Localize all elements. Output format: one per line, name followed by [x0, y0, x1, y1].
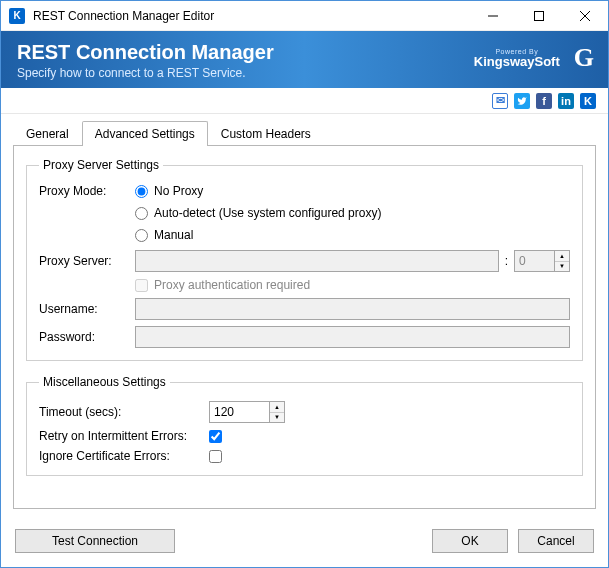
- tab-custom-headers[interactable]: Custom Headers: [208, 121, 324, 146]
- chevron-down-icon[interactable]: ▼: [270, 413, 284, 423]
- app-icon: K: [9, 8, 25, 24]
- radio-no-proxy-input[interactable]: [135, 185, 148, 198]
- radio-manual-label: Manual: [154, 228, 193, 242]
- tab-page-advanced: Proxy Server Settings Proxy Mode: No Pro…: [13, 145, 596, 509]
- ignore-cert-checkbox[interactable]: [209, 450, 222, 463]
- minimize-icon: [488, 11, 498, 21]
- ok-button[interactable]: OK: [432, 529, 508, 553]
- chevron-up-icon[interactable]: ▲: [270, 402, 284, 413]
- proxy-server-input[interactable]: [135, 250, 499, 272]
- ignore-cert-label: Ignore Certificate Errors:: [39, 449, 209, 463]
- proxy-auth-label: Proxy authentication required: [154, 278, 310, 292]
- legend-proxy: Proxy Server Settings: [39, 158, 163, 172]
- proxy-port-input[interactable]: [514, 250, 554, 272]
- username-label: Username:: [39, 302, 135, 316]
- maximize-button[interactable]: [516, 1, 562, 31]
- brand-g-logo: G: [574, 43, 594, 73]
- close-button[interactable]: [562, 1, 608, 31]
- username-input[interactable]: [135, 298, 570, 320]
- brand-name: KingswaySoft: [474, 55, 560, 68]
- proxy-port-spinner-buttons[interactable]: ▲ ▼: [554, 250, 570, 272]
- brand-area: Powered By KingswaySoft G: [474, 43, 594, 73]
- legend-misc: Miscellaneous Settings: [39, 375, 170, 389]
- social-strip: ✉ f in K: [1, 88, 608, 114]
- facebook-icon[interactable]: f: [536, 93, 552, 109]
- timeout-spinner[interactable]: ▲ ▼: [209, 401, 285, 423]
- radio-auto-detect[interactable]: Auto-detect (Use system configured proxy…: [135, 206, 381, 220]
- password-input[interactable]: [135, 326, 570, 348]
- mail-icon[interactable]: ✉: [492, 93, 508, 109]
- proxy-mode-label: Proxy Mode:: [39, 184, 135, 198]
- window-root: K REST Connection Manager Editor REST Co…: [0, 0, 609, 568]
- radio-manual-input[interactable]: [135, 229, 148, 242]
- radio-auto-detect-label: Auto-detect (Use system configured proxy…: [154, 206, 381, 220]
- proxy-port-spinner[interactable]: ▲ ▼: [514, 250, 570, 272]
- fieldset-misc: Miscellaneous Settings Timeout (secs): ▲…: [26, 375, 583, 476]
- minimize-button[interactable]: [470, 1, 516, 31]
- tab-general[interactable]: General: [13, 121, 82, 146]
- timeout-input[interactable]: [209, 401, 269, 423]
- titlebar: K REST Connection Manager Editor: [1, 1, 608, 31]
- proxy-port-colon: :: [505, 254, 508, 268]
- retry-checkbox[interactable]: [209, 430, 222, 443]
- brand-kingsway: Powered By KingswaySoft: [474, 48, 560, 68]
- maximize-icon: [534, 11, 544, 21]
- radio-manual[interactable]: Manual: [135, 228, 381, 242]
- password-label: Password:: [39, 330, 135, 344]
- linkedin-icon[interactable]: in: [558, 93, 574, 109]
- twitter-icon[interactable]: [514, 93, 530, 109]
- chevron-up-icon[interactable]: ▲: [555, 251, 569, 262]
- svg-rect-0: [535, 11, 544, 20]
- radio-no-proxy-label: No Proxy: [154, 184, 203, 198]
- proxy-server-label: Proxy Server:: [39, 254, 135, 268]
- radio-no-proxy[interactable]: No Proxy: [135, 184, 381, 198]
- proxy-mode-options: No Proxy Auto-detect (Use system configu…: [135, 184, 381, 242]
- timeout-spinner-buttons[interactable]: ▲ ▼: [269, 401, 285, 423]
- retry-label: Retry on Intermittent Errors:: [39, 429, 209, 443]
- header-banner: REST Connection Manager Specify how to c…: [1, 31, 608, 88]
- proxy-auth-checkbox[interactable]: [135, 279, 148, 292]
- timeout-label: Timeout (secs):: [39, 405, 209, 419]
- k-icon[interactable]: K: [580, 93, 596, 109]
- tabstrip: General Advanced Settings Custom Headers: [1, 114, 608, 145]
- bottom-bar: Test Connection OK Cancel: [1, 519, 608, 567]
- fieldset-proxy: Proxy Server Settings Proxy Mode: No Pro…: [26, 158, 583, 361]
- proxy-auth-checkbox-row[interactable]: Proxy authentication required: [135, 278, 310, 292]
- close-icon: [580, 11, 590, 21]
- chevron-down-icon[interactable]: ▼: [555, 262, 569, 272]
- radio-auto-detect-input[interactable]: [135, 207, 148, 220]
- tab-advanced[interactable]: Advanced Settings: [82, 121, 208, 146]
- test-connection-button[interactable]: Test Connection: [15, 529, 175, 553]
- window-title: REST Connection Manager Editor: [33, 9, 470, 23]
- cancel-button[interactable]: Cancel: [518, 529, 594, 553]
